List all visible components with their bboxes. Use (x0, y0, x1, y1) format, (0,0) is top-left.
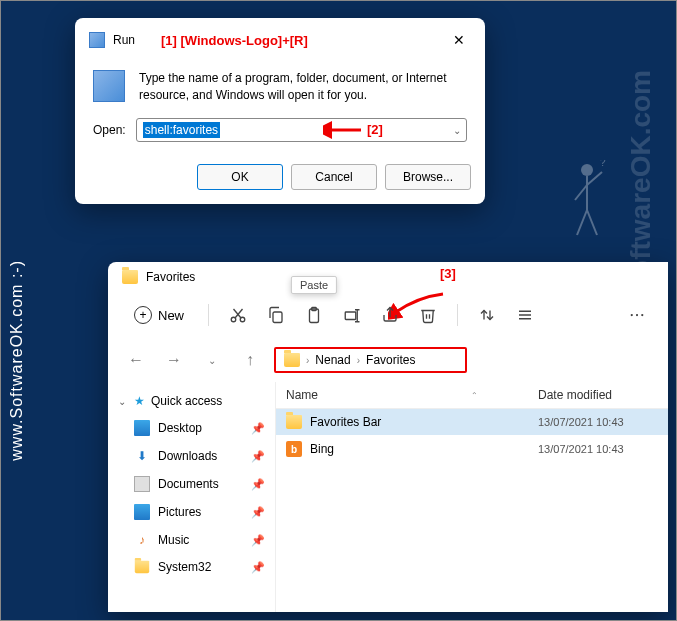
run-message: Type the name of a program, folder, docu… (139, 70, 467, 104)
browse-button[interactable]: Browse... (385, 164, 471, 190)
column-date[interactable]: Date modified (538, 388, 658, 402)
chevron-down-icon[interactable]: ⌄ (453, 124, 461, 135)
annotation-3: [3] (440, 266, 456, 281)
file-date: 13/07/2021 10:43 (538, 416, 658, 428)
open-label: Open: (93, 123, 126, 137)
run-dialog: Run [1] [Windows-Logo]+[R] ✕ Type the na… (75, 18, 485, 204)
run-app-icon (89, 32, 105, 48)
pin-icon: 📌 (251, 534, 265, 547)
list-item[interactable]: bBing 13/07/2021 10:43 (276, 435, 668, 463)
share-icon[interactable] (373, 298, 407, 332)
up-icon[interactable]: ↑ (236, 346, 264, 374)
folder-icon (122, 270, 138, 284)
close-icon[interactable]: ✕ (447, 28, 471, 52)
annotation-1: [1] [Windows-Logo]+[R] (161, 33, 308, 48)
svg-text:?: ? (600, 160, 606, 168)
folder-icon (284, 353, 300, 367)
explorer-navbar: ← → ⌄ ↑ › Nenad › Favorites (108, 338, 668, 382)
sort-icon[interactable] (470, 298, 504, 332)
svg-point-31 (641, 314, 643, 316)
bing-icon: b (286, 441, 302, 457)
chevron-right-icon: › (357, 355, 360, 366)
run-body-icon (93, 70, 125, 102)
file-list: Name⌃ Date modified Favorites Bar 13/07/… (276, 382, 668, 612)
explorer-toolbar: [3] + New Paste (108, 292, 668, 338)
view-icon[interactable] (508, 298, 542, 332)
explorer-titlebar: Favorites (108, 262, 668, 292)
chevron-right-icon: › (306, 355, 309, 366)
svg-line-5 (587, 210, 597, 235)
pin-icon: 📌 (251, 422, 265, 435)
more-icon[interactable] (620, 298, 654, 332)
sidebar-item-music[interactable]: ♪Music 📌 (108, 526, 275, 554)
sidebar-item-downloads[interactable]: ⬇Downloads 📌 (108, 442, 275, 470)
watermark-left: www.SoftwareOK.com :-) (8, 260, 26, 461)
svg-point-29 (631, 314, 633, 316)
sidebar-item-desktop[interactable]: Desktop 📌 (108, 414, 275, 442)
svg-rect-13 (273, 312, 282, 323)
column-headers[interactable]: Name⌃ Date modified (276, 382, 668, 409)
star-icon: ★ (134, 394, 145, 408)
paste-tooltip: Paste (291, 276, 337, 294)
forward-icon[interactable]: → (160, 346, 188, 374)
downloads-icon: ⬇ (134, 448, 150, 464)
plus-icon: + (134, 306, 152, 324)
svg-line-2 (575, 185, 587, 200)
sort-caret-icon: ⌃ (471, 391, 478, 400)
copy-icon[interactable] (259, 298, 293, 332)
chevron-down-icon: ⌄ (118, 396, 128, 407)
folder-icon (286, 415, 302, 429)
chevron-down-icon[interactable]: ⌄ (198, 346, 226, 374)
delete-icon[interactable] (411, 298, 445, 332)
sidebar-item-pictures[interactable]: Pictures 📌 (108, 498, 275, 526)
decorative-figure: ? (567, 160, 607, 240)
annotation-arrow-2: [2] (323, 120, 383, 140)
folder-icon (135, 561, 149, 574)
column-name[interactable]: Name (286, 388, 318, 402)
breadcrumb[interactable]: › Nenad › Favorites (274, 347, 467, 373)
sidebar-item-quick-access[interactable]: ⌄ ★ Quick access (108, 388, 275, 414)
svg-line-12 (234, 309, 242, 318)
pin-icon: 📌 (251, 478, 265, 491)
new-button[interactable]: + New (122, 300, 196, 330)
music-icon: ♪ (134, 532, 150, 548)
breadcrumb-item[interactable]: Nenad (315, 353, 350, 367)
rename-icon[interactable] (335, 298, 369, 332)
list-item[interactable]: Favorites Bar 13/07/2021 10:43 (276, 409, 668, 435)
svg-rect-17 (345, 312, 356, 320)
svg-point-30 (636, 314, 638, 316)
pin-icon: 📌 (251, 450, 265, 463)
cancel-button[interactable]: Cancel (291, 164, 377, 190)
cut-icon[interactable] (221, 298, 255, 332)
new-label: New (158, 308, 184, 323)
sidebar-label: Quick access (151, 394, 222, 408)
explorer-window: Favorites [3] + New Paste (108, 262, 668, 612)
desktop-icon (134, 420, 150, 436)
svg-point-0 (581, 164, 593, 176)
run-title: Run (113, 33, 135, 47)
svg-line-4 (577, 210, 587, 235)
pictures-icon (134, 504, 150, 520)
run-titlebar: Run [1] [Windows-Logo]+[R] ✕ (75, 18, 485, 58)
pin-icon: 📌 (251, 506, 265, 519)
run-input[interactable]: shell:favorites (136, 118, 467, 142)
sidebar: ⌄ ★ Quick access Desktop 📌 ⬇Downloads 📌 … (108, 382, 276, 612)
sidebar-item-documents[interactable]: Documents 📌 (108, 470, 275, 498)
file-date: 13/07/2021 10:43 (538, 443, 658, 455)
paste-icon[interactable]: Paste (297, 298, 331, 332)
back-icon[interactable]: ← (122, 346, 150, 374)
breadcrumb-item[interactable]: Favorites (366, 353, 415, 367)
documents-icon (134, 476, 150, 492)
svg-line-11 (235, 309, 243, 318)
pin-icon: 📌 (251, 561, 265, 574)
explorer-title: Favorites (146, 270, 195, 284)
sidebar-item-system32[interactable]: System32 📌 (108, 554, 275, 580)
ok-button[interactable]: OK (197, 164, 283, 190)
